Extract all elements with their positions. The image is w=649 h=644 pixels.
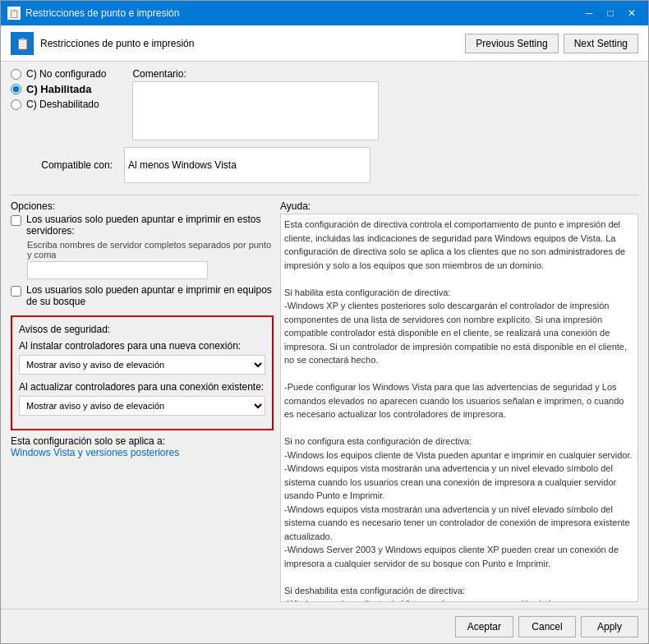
close-button[interactable]: ✕: [622, 5, 642, 21]
update-dropdown-row: Al actualizar controladores para una con…: [19, 381, 265, 416]
maximize-button[interactable]: □: [601, 5, 620, 21]
radio-label-not-configured: C) No configurado: [26, 68, 106, 80]
panels-label-row: Opciones: Ayuda:: [11, 200, 638, 212]
server-text-field[interactable]: [27, 261, 208, 279]
right-panel: Esta configuración de directiva controla…: [280, 214, 638, 602]
checkbox-forest-label: Los usuarios solo pueden apuntar e impri…: [26, 284, 274, 307]
cancel-button[interactable]: Cancel: [518, 616, 576, 637]
help-text: Esta configuración de directiva controla…: [284, 218, 634, 602]
header-buttons: Previous Setting Next Setting: [465, 34, 638, 53]
next-setting-button[interactable]: Next Setting: [564, 34, 638, 53]
comment-section: Comentario:: [132, 68, 379, 140]
radio-group: C) No configurado C) Habilitada C) Desha…: [11, 68, 106, 140]
applies-label: Esta configuración solo se aplica a:: [11, 435, 274, 447]
compat-row: Compatible con: Al menos Windows Vista: [11, 147, 638, 183]
radio-label-enabled: C) Habilitada: [26, 83, 91, 95]
comment-label: Comentario:: [132, 68, 379, 80]
apply-button[interactable]: Apply: [581, 616, 638, 637]
applies-value: Windows Vista y versiones posteriores: [11, 447, 274, 458]
compat-field: Al menos Windows Vista: [124, 147, 371, 183]
install-dropdown[interactable]: Mostrar aviso y aviso de elevación No mo…: [19, 355, 265, 375]
options-panel-header: Opciones:: [11, 200, 274, 212]
main-window: 📋 Restricciones de punto e impresión ─ □…: [0, 0, 649, 644]
checkbox-forest[interactable]: Los usuarios solo pueden apuntar e impri…: [11, 284, 274, 307]
radio-input-disabled[interactable]: [11, 99, 21, 110]
radio-label-disabled: C) Deshabilitado: [26, 99, 99, 110]
content-area: C) No configurado C) Habilitada C) Desha…: [1, 62, 648, 609]
aceptar-button[interactable]: Aceptar: [455, 616, 513, 637]
radio-enabled[interactable]: C) Habilitada: [11, 83, 106, 95]
install-label: Al instalar controladores para una nueva…: [19, 340, 265, 352]
help-panel-header: Ayuda:: [280, 200, 638, 212]
checkbox-forest-input[interactable]: [11, 286, 21, 297]
security-section: Avisos de seguridad: Al instalar control…: [11, 315, 274, 430]
main-panels: Los usuarios solo pueden apuntar e impri…: [11, 214, 638, 602]
server-field-label: Escriba nombres de servidor completos se…: [27, 240, 274, 260]
update-label: Al actualizar controladores para una con…: [19, 381, 265, 393]
header-title: Restricciones de punto e impresión: [40, 38, 194, 49]
header-bar: 📋 Restricciones de punto e impresión Pre…: [1, 25, 648, 62]
minimize-button[interactable]: ─: [579, 5, 599, 21]
compat-label: Compatible con:: [11, 159, 117, 171]
comment-textarea[interactable]: [132, 81, 379, 140]
title-bar: 📋 Restricciones de punto e impresión ─ □…: [1, 1, 648, 25]
left-panel: Los usuarios solo pueden apuntar e impri…: [11, 214, 274, 602]
title-bar-left: 📋 Restricciones de punto e impresión: [7, 7, 179, 20]
window-title: Restricciones de punto e impresión: [25, 7, 179, 19]
checkbox-servers-label: Los usuarios solo pueden apuntar e impri…: [26, 214, 274, 237]
checkbox-servers[interactable]: Los usuarios solo pueden apuntar e impri…: [11, 214, 274, 237]
radio-input-enabled[interactable]: [11, 84, 21, 94]
security-label: Avisos de seguridad:: [19, 324, 265, 335]
header-left: 📋 Restricciones de punto e impresión: [11, 32, 194, 55]
update-dropdown[interactable]: Mostrar aviso y aviso de elevación No mo…: [19, 396, 265, 416]
footer: Aceptar Cancel Apply: [1, 609, 648, 643]
checkbox-servers-input[interactable]: [11, 215, 21, 226]
radio-disabled[interactable]: C) Deshabilitado: [11, 99, 106, 110]
section-divider: [11, 195, 638, 196]
compat-value: Al menos Windows Vista: [128, 159, 237, 171]
options-label: Opciones:: [11, 200, 55, 212]
radio-input-not-configured[interactable]: [11, 69, 21, 80]
header-icon: 📋: [11, 32, 34, 55]
applies-section: Esta configuración solo se aplica a: Win…: [11, 435, 274, 458]
title-bar-controls: ─ □ ✕: [579, 5, 642, 21]
previous-setting-button[interactable]: Previous Setting: [465, 34, 558, 53]
top-section: C) No configurado C) Habilitada C) Desha…: [11, 68, 638, 140]
install-dropdown-row: Al instalar controladores para una nueva…: [19, 340, 265, 375]
radio-not-configured[interactable]: C) No configurado: [11, 68, 106, 80]
window-icon: 📋: [7, 7, 21, 20]
help-label: Ayuda:: [280, 200, 311, 212]
